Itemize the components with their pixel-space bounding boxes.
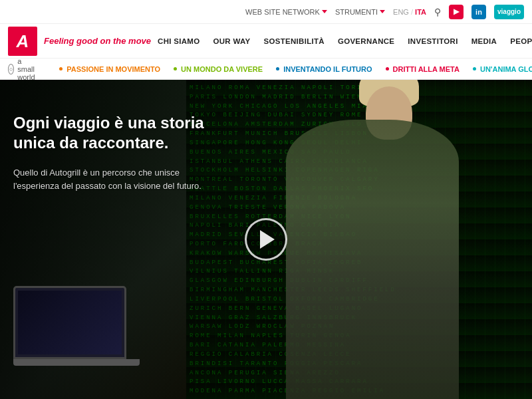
- laptop-screen: [13, 286, 126, 359]
- subnav-item-2[interactable]: INVENTANDO IL FUTURO: [269, 65, 378, 73]
- nav-people[interactable]: PEOPLE: [503, 37, 532, 45]
- subnav-item-4[interactable]: UN'ANIMA GLOCAL: [466, 65, 532, 73]
- sub-nav-items: PASSIONE IN MOVIMENTO UN MONDO DA VIVERE…: [53, 65, 532, 73]
- website-network-arrow-icon: [322, 10, 327, 13]
- subnav-item-0[interactable]: PASSIONE IN MOVIMENTO: [53, 65, 167, 73]
- website-network-menu[interactable]: WEB SITE NETWORK: [245, 8, 327, 16]
- youtube-icon[interactable]: ▶: [449, 5, 464, 19]
- nav-governance[interactable]: GOVERNANCE: [331, 37, 401, 45]
- subnav-dot-1: [174, 67, 177, 70]
- sub-nav-bar: ○ a small world PASSIONE IN MOVIMENTO UN…: [0, 59, 532, 80]
- nav-investitori[interactable]: INVESTITORI: [401, 37, 464, 45]
- nav-media[interactable]: MEDIA: [465, 37, 504, 45]
- nav-sostenibilita[interactable]: SOSTENIBILITÀ: [257, 37, 331, 45]
- lang-separator: /: [411, 8, 413, 16]
- tagline: Feeling good on the move: [44, 36, 151, 46]
- laptop: [13, 286, 146, 379]
- subnav-dot-4: [473, 67, 476, 70]
- subnav-dot-3: [386, 67, 389, 70]
- logo-area: A Feeling good on the move: [8, 27, 151, 56]
- hero-subtitle: Quello di Autogrill è un percorso che un…: [13, 166, 226, 192]
- lang-eng[interactable]: ENG: [393, 8, 409, 16]
- top-utility-bar: WEB SITE NETWORK STRUMENTI ENG / ITA ⚲ ▶…: [0, 0, 532, 24]
- website-network-label: WEB SITE NETWORK: [245, 8, 320, 16]
- subnav-label-2: INVENTANDO IL FUTURO: [283, 65, 372, 73]
- nav-chi-siamo[interactable]: CHI SIAMO: [151, 37, 206, 45]
- linkedin-icon[interactable]: in: [471, 5, 486, 19]
- subnav-label-1: UN MONDO DA VIVERE: [181, 65, 263, 73]
- nav-our-way[interactable]: OUR WAY: [206, 37, 257, 45]
- logo-letter: A: [17, 33, 29, 50]
- main-nav-bar: A Feeling good on the move CHI SIAMO OUR…: [0, 24, 532, 59]
- globe-icon: ○: [8, 64, 14, 74]
- person-body: [286, 120, 459, 399]
- main-nav-links: CHI SIAMO OUR WAY SOSTENIBILITÀ GOVERNAN…: [151, 37, 532, 45]
- search-icon[interactable]: ⚲: [434, 7, 441, 17]
- strumenti-label: STRUMENTI: [335, 8, 378, 16]
- subnav-dot-0: [59, 67, 63, 70]
- laptop-screen-inner: [18, 291, 122, 354]
- subnav-label-3: DRITTI ALLA META: [393, 65, 460, 73]
- small-world-label: a small world: [17, 57, 39, 81]
- play-button[interactable]: [245, 218, 287, 261]
- small-world-link[interactable]: ○ a small world: [8, 57, 39, 81]
- play-triangle-icon: [260, 230, 275, 249]
- hero-section: MILANO ROMA VENEZIA NAPOLI TORINOPARIS L…: [0, 80, 532, 399]
- hero-title: Ogni viaggio è una storia unica da racco…: [13, 113, 226, 153]
- viaggio-icon[interactable]: viaggio: [494, 5, 524, 19]
- subnav-dot-2: [276, 67, 279, 70]
- autogrill-logo[interactable]: A: [8, 27, 37, 56]
- lang-ita[interactable]: ITA: [415, 8, 426, 16]
- hero-content: Ogni viaggio è una storia unica da racco…: [13, 113, 226, 192]
- strumenti-arrow-icon: [380, 10, 385, 13]
- language-switcher[interactable]: ENG / ITA: [393, 8, 426, 16]
- subnav-item-3[interactable]: DRITTI ALLA META: [379, 65, 466, 73]
- subnav-label-0: PASSIONE IN MOVIMENTO: [66, 65, 160, 73]
- subnav-label-4: UN'ANIMA GLOCAL: [480, 65, 532, 73]
- laptop-base: [13, 359, 140, 366]
- strumenti-menu[interactable]: STRUMENTI: [335, 8, 385, 16]
- hero-person: [266, 93, 479, 399]
- subnav-item-1[interactable]: UN MONDO DA VIVERE: [167, 65, 269, 73]
